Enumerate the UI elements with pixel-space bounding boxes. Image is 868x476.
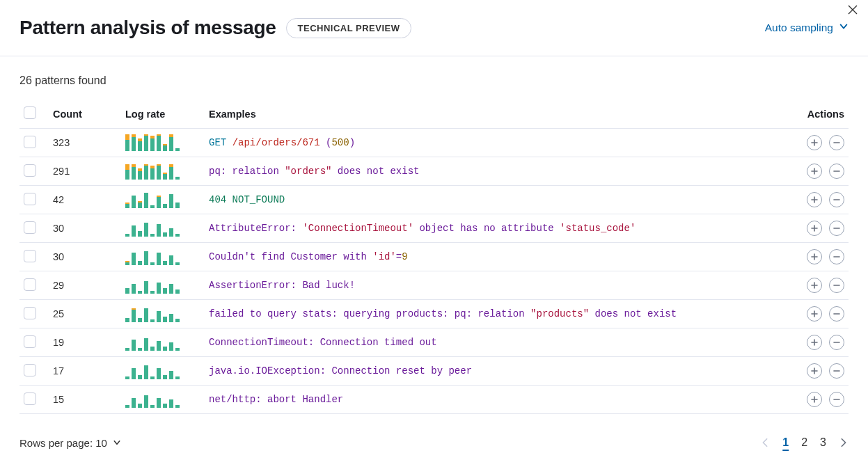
pagination: 123 — [760, 436, 849, 449]
row-checkbox[interactable] — [24, 250, 36, 262]
count-cell: 15 — [49, 386, 121, 414]
filter-in-button[interactable] — [807, 192, 822, 207]
col-count[interactable]: Count — [49, 101, 121, 129]
example-cell[interactable]: pq: relation "orders" does not exist — [205, 157, 786, 186]
filter-out-button[interactable] — [829, 392, 844, 407]
count-cell: 29 — [49, 271, 121, 300]
count-cell: 25 — [49, 300, 121, 328]
row-checkbox[interactable] — [24, 392, 36, 405]
sampling-label: Auto sampling — [765, 22, 833, 34]
filter-in-button[interactable] — [807, 306, 822, 322]
filter-out-button[interactable] — [829, 306, 844, 322]
row-checkbox[interactable] — [24, 164, 36, 177]
lograte-sparkline — [121, 157, 205, 186]
table-row: 30AttributeError: 'ConnectionTimeout' ob… — [19, 214, 849, 243]
row-checkbox[interactable] — [24, 278, 36, 291]
content-area: 26 patterns found Count Log rate Example… — [0, 56, 868, 425]
example-cell[interactable]: AttributeError: 'ConnectionTimeout' obje… — [205, 214, 786, 243]
sampling-dropdown[interactable]: Auto sampling — [765, 22, 849, 34]
filter-out-button[interactable] — [829, 164, 844, 179]
example-cell[interactable]: 404 NOT_FOUND — [205, 186, 786, 214]
table-row: 17java.io.IOException: Connection reset … — [19, 357, 849, 386]
filter-out-button[interactable] — [829, 249, 844, 264]
row-checkbox[interactable] — [24, 221, 36, 234]
col-lograte[interactable]: Log rate — [121, 101, 205, 129]
filter-out-button[interactable] — [829, 221, 844, 236]
lograte-sparkline — [121, 243, 205, 271]
rows-per-page-dropdown[interactable]: Rows per page: 10 — [19, 437, 121, 449]
filter-in-button[interactable] — [807, 135, 822, 150]
close-icon[interactable] — [847, 4, 858, 17]
filter-in-button[interactable] — [807, 249, 822, 264]
filter-in-button[interactable] — [807, 278, 822, 293]
filter-out-button[interactable] — [829, 335, 844, 350]
chevron-down-icon — [839, 22, 849, 34]
lograte-sparkline — [121, 300, 205, 328]
filter-in-button[interactable] — [807, 221, 822, 236]
example-cell[interactable]: failed to query stats: querying products… — [205, 300, 786, 328]
col-actions: Actions — [786, 101, 849, 129]
table-row: 25failed to query stats: querying produc… — [19, 300, 849, 328]
table-row: 30Couldn't find Customer with 'id'=9 — [19, 243, 849, 271]
filter-out-button[interactable] — [829, 278, 844, 293]
page-number-3[interactable]: 3 — [820, 436, 826, 449]
filter-in-button[interactable] — [807, 335, 822, 350]
table-row: 291pq: relation "orders" does not exist — [19, 157, 849, 186]
patterns-table: Count Log rate Examples Actions 323GET /… — [19, 101, 849, 414]
filter-out-button[interactable] — [829, 135, 844, 150]
lograte-sparkline — [121, 186, 205, 214]
count-cell: 17 — [49, 357, 121, 386]
patterns-summary: 26 patterns found — [19, 74, 849, 87]
example-cell[interactable]: net/http: abort Handler — [205, 386, 786, 414]
page-title: Pattern analysis of message — [19, 17, 276, 39]
row-checkbox[interactable] — [24, 364, 36, 376]
count-cell: 42 — [49, 186, 121, 214]
row-checkbox[interactable] — [24, 307, 36, 319]
table-row: 19ConnectionTimeout: Connection timed ou… — [19, 328, 849, 357]
count-cell: 30 — [49, 243, 121, 271]
rows-per-page-label: Rows per page: 10 — [19, 437, 107, 449]
count-cell: 291 — [49, 157, 121, 186]
filter-out-button[interactable] — [829, 363, 844, 379]
preview-badge: TECHNICAL PREVIEW — [286, 18, 412, 38]
chevron-down-icon — [113, 437, 121, 449]
example-cell[interactable]: GET /api/orders/671 (500) — [205, 129, 786, 157]
table-row: 42404 NOT_FOUND — [19, 186, 849, 214]
table-row: 29AssertionError: Bad luck! — [19, 271, 849, 300]
header-bar: Pattern analysis of message TECHNICAL PR… — [0, 0, 868, 56]
count-cell: 30 — [49, 214, 121, 243]
row-checkbox[interactable] — [24, 136, 36, 148]
row-checkbox[interactable] — [24, 335, 36, 348]
lograte-sparkline — [121, 386, 205, 414]
page-number-1[interactable]: 1 — [782, 436, 789, 449]
count-cell: 323 — [49, 129, 121, 157]
table-footer: Rows per page: 10 123 — [0, 425, 868, 464]
filter-in-button[interactable] — [807, 392, 822, 407]
next-page-button[interactable] — [839, 438, 849, 447]
count-cell: 19 — [49, 328, 121, 357]
col-examples[interactable]: Examples — [205, 101, 786, 129]
lograte-sparkline — [121, 129, 205, 157]
lograte-sparkline — [121, 214, 205, 243]
example-cell[interactable]: ConnectionTimeout: Connection timed out — [205, 328, 786, 357]
lograte-sparkline — [121, 271, 205, 300]
prev-page-button[interactable] — [760, 438, 770, 447]
lograte-sparkline — [121, 328, 205, 357]
example-cell[interactable]: Couldn't find Customer with 'id'=9 — [205, 243, 786, 271]
row-checkbox[interactable] — [24, 193, 36, 205]
example-cell[interactable]: java.io.IOException: Connection reset by… — [205, 357, 786, 386]
select-all-checkbox[interactable] — [24, 106, 36, 119]
filter-out-button[interactable] — [829, 192, 844, 207]
table-row: 323GET /api/orders/671 (500) — [19, 129, 849, 157]
filter-in-button[interactable] — [807, 363, 822, 379]
filter-in-button[interactable] — [807, 164, 822, 179]
lograte-sparkline — [121, 357, 205, 386]
table-row: 15net/http: abort Handler — [19, 386, 849, 414]
page-number-2[interactable]: 2 — [801, 436, 807, 449]
example-cell[interactable]: AssertionError: Bad luck! — [205, 271, 786, 300]
